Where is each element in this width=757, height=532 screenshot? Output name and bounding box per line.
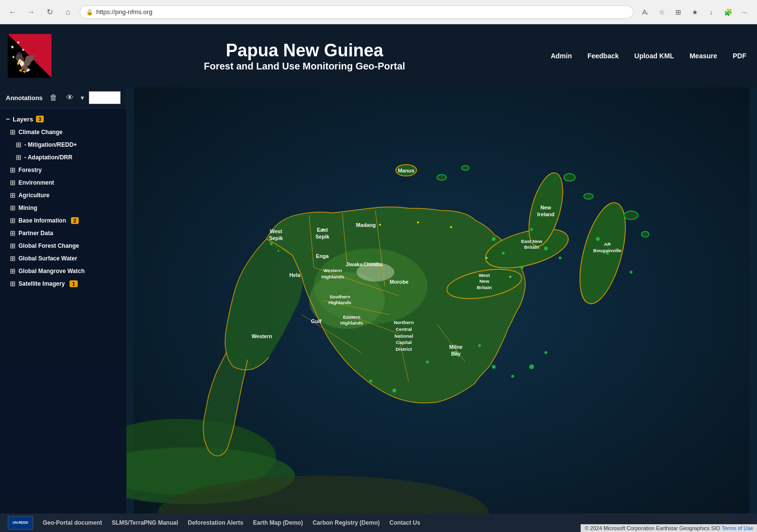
svg-text:Britain: Britain (477, 285, 492, 290)
svg-point-66 (509, 276, 511, 278)
svg-point-42 (277, 250, 279, 252)
layer-expand-icon: ⊞ (10, 255, 16, 262)
forward-button[interactable]: → (24, 5, 38, 19)
read-aloud-button[interactable]: Aᵢ (638, 5, 652, 19)
svg-point-58 (544, 351, 547, 354)
svg-text:Sepik: Sepik (269, 235, 283, 241)
layer-item-6[interactable]: ⊞Mining (0, 202, 126, 214)
layer-expand-icon: ⊞ (10, 204, 16, 212)
layer-expand-icon: ⊞ (10, 166, 16, 174)
measure-link[interactable]: Measure (687, 50, 720, 62)
layer-expand-icon: ⊞ (10, 217, 16, 224)
svg-point-54 (478, 344, 481, 347)
address-bar[interactable]: 🔒 https://png-nfms.org (80, 5, 634, 19)
svg-point-56 (511, 375, 514, 378)
home-button[interactable]: ⌂ (61, 5, 75, 19)
layer-item-12[interactable]: ⊞Satellite Imagery1 (0, 277, 126, 290)
layer-label: Satellite Imagery (18, 280, 65, 287)
layers-header[interactable]: − Layers 3 (0, 112, 126, 126)
layer-label: Mining (18, 205, 37, 211)
flag-logo: 🦅 ★ ★ ★ ★ ★ (8, 34, 52, 78)
site-title: Papua New Guinea (61, 40, 548, 61)
svg-point-57 (529, 364, 534, 369)
footer-link-0[interactable]: Geo-Portal document (43, 519, 102, 526)
svg-text:Highlands: Highlands (328, 300, 352, 305)
annotations-visibility-button[interactable]: 👁 (64, 92, 76, 103)
layer-item-1[interactable]: ⊞- Mitigation/REDD+ (0, 138, 126, 151)
collections-button[interactable]: ★ (688, 5, 702, 19)
refresh-button[interactable]: ↻ (43, 5, 56, 19)
layer-badge: 2 (71, 217, 79, 224)
svg-text:New: New (480, 278, 489, 284)
admin-link[interactable]: Admin (548, 50, 575, 62)
svg-text:Bougainville: Bougainville (593, 248, 621, 253)
layer-item-2[interactable]: ⊞- Adaptation/DRR (0, 151, 126, 164)
more-button[interactable]: ··· (738, 5, 751, 19)
layer-item-8[interactable]: ⊞Partner Data (0, 227, 126, 240)
svg-point-63 (417, 222, 419, 223)
svg-text:Hela: Hela (290, 272, 301, 278)
svg-point-48 (559, 257, 562, 259)
annotations-delete-button[interactable]: 🗑 (48, 92, 59, 103)
layer-expand-icon: ⊞ (10, 242, 16, 250)
svg-point-47 (530, 228, 533, 231)
map-area[interactable]: Manus West Sepik East Sepik Madang Enga … (126, 87, 757, 514)
browser-toolbar: Aᵢ ☆ ⊞ ★ ↓ 🧩 ··· (638, 5, 751, 19)
svg-text:Southern: Southern (329, 294, 350, 299)
extensions-button[interactable]: 🧩 (721, 5, 735, 19)
layers-collapse-icon: − (6, 115, 10, 123)
svg-text:Northern: Northern (394, 320, 413, 325)
layer-item-4[interactable]: ⊞Environment (0, 176, 126, 189)
layer-item-11[interactable]: ⊞Global Mangrove Watch (0, 265, 126, 277)
pdf-link[interactable]: PDF (730, 50, 749, 62)
svg-point-62 (379, 224, 381, 226)
upload-kml-link[interactable]: Upload KML (632, 50, 677, 62)
svg-text:Highlands: Highlands (321, 274, 344, 279)
layer-item-0[interactable]: ⊞Climate Change (0, 126, 126, 138)
layer-item-7[interactable]: ⊞Base Information2 (0, 214, 126, 227)
layer-label: - Mitigation/REDD+ (24, 141, 77, 148)
layer-item-5[interactable]: ⊞Agriculture (0, 189, 126, 202)
layer-expand-icon: ⊞ (10, 267, 16, 275)
layer-label: Base Information (18, 217, 66, 224)
annotations-expand-button[interactable]: ▾ (81, 94, 84, 102)
footer-link-4[interactable]: Carbon Registry (Demo) (312, 519, 379, 526)
split-screen-button[interactable]: ⊞ (671, 5, 685, 19)
svg-text:Enga: Enga (316, 253, 329, 259)
layer-expand-icon: ⊞ (10, 191, 16, 199)
svg-text:Eastern: Eastern (343, 314, 361, 320)
svg-text:Bay: Bay (451, 351, 461, 357)
svg-point-55 (492, 365, 496, 369)
footer-link-2[interactable]: Deforestation Alerts (188, 519, 243, 526)
layer-expand-icon: ⊞ (10, 128, 16, 136)
app-header: 🦅 ★ ★ ★ ★ ★ Papua New Guinea Forest and … (0, 24, 757, 87)
svg-point-46 (544, 246, 548, 250)
svg-text:AR: AR (604, 241, 611, 247)
favorites-button[interactable]: ☆ (655, 5, 669, 19)
footer-link-1[interactable]: SLMS/TerraPNG Manual (112, 519, 178, 526)
map-search-input[interactable] (89, 91, 120, 104)
layer-label: Environment (18, 179, 54, 186)
layer-item-9[interactable]: ⊞Global Forest Change (0, 240, 126, 252)
svg-point-39 (437, 174, 446, 180)
svg-text:West: West (479, 273, 490, 278)
svg-text:East New: East New (521, 239, 542, 244)
svg-text:★: ★ (18, 58, 21, 61)
sidebar: Annotations 🗑 👁 ▾ − Layers 3 ⊞Climate Ch… (0, 87, 126, 514)
layer-expand-icon: ⊞ (10, 179, 16, 187)
feedback-link[interactable]: Feedback (585, 50, 622, 62)
footer-link-3[interactable]: Earth Map (Demo) (253, 519, 303, 526)
downloads-button[interactable]: ↓ (705, 5, 718, 19)
back-button[interactable]: ← (6, 5, 19, 19)
terms-of-use-link[interactable]: Terms of Use (722, 525, 753, 531)
svg-point-41 (270, 242, 273, 245)
layer-label: Agriculture (18, 192, 50, 199)
svg-text:Chimbu: Chimbu (363, 261, 383, 267)
layer-item-10[interactable]: ⊞Global Surface Water (0, 252, 126, 265)
svg-point-44 (502, 252, 505, 255)
svg-text:Morobe: Morobe (390, 279, 409, 285)
un-redd-logo: UN-REDD (8, 516, 33, 530)
layer-item-3[interactable]: ⊞Forestry (0, 164, 126, 176)
svg-point-45 (521, 266, 524, 269)
footer-link-5[interactable]: Contact Us (389, 519, 420, 526)
